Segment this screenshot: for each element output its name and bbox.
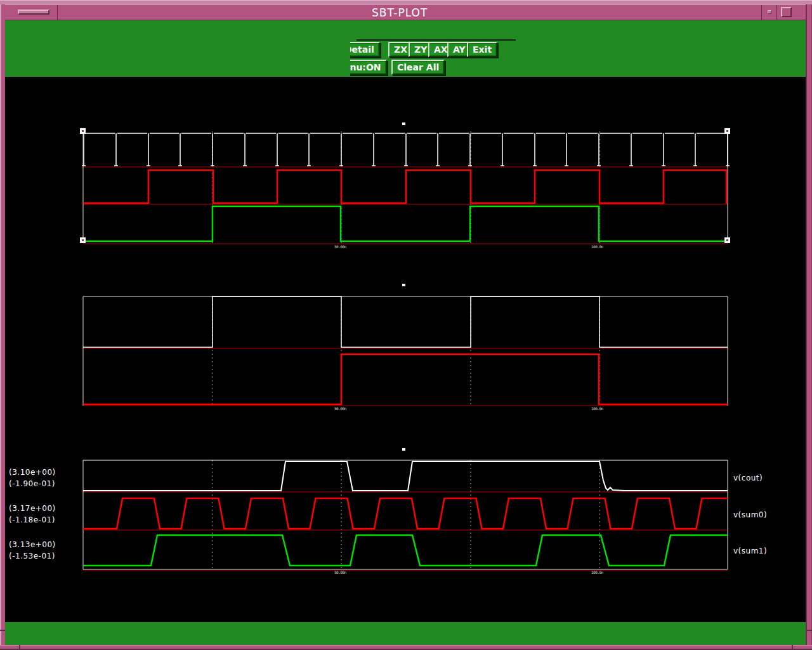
- resize-notch: [0, 630, 5, 631]
- scale-label-sum0-min: (-1.18e-01): [9, 515, 55, 524]
- scale-label-sum1-max: (3.13e+00): [9, 540, 56, 549]
- window-frame-right[interactable]: [806, 4, 812, 650]
- exit-button[interactable]: Exit: [467, 42, 497, 57]
- plot-panel-2[interactable]: [83, 294, 728, 408]
- minimize-dot-icon: [768, 10, 771, 14]
- minimize-button[interactable]: [761, 5, 776, 20]
- titlebar[interactable]: SBT-PLOT: [5, 4, 806, 20]
- signal-label-vcout: v(cout): [733, 474, 763, 482]
- window-frame-top[interactable]: [0, 0, 812, 4]
- scale-label-sum0-max: (3.17e+00): [9, 504, 56, 513]
- detail-button-clipped: Detail: [350, 42, 386, 60]
- scale-label-cout-min: (-1.90e-01): [9, 479, 55, 488]
- maximize-button[interactable]: [776, 5, 806, 20]
- resize-notch: [807, 630, 812, 631]
- resize-notch: [19, 645, 20, 650]
- resize-notch: [792, 645, 793, 650]
- signal-label-vsum0: v(sum0): [733, 510, 767, 519]
- menu-on-button-clipped: Menu:ON: [350, 60, 389, 77]
- maximize-square-icon: [781, 7, 792, 17]
- window-frame-bottom[interactable]: [0, 645, 812, 650]
- scale-label-sum1-min: (-1.53e-01): [9, 552, 55, 560]
- app-window: SBT-PLOT Detail ZX ZY AX AY Exit Menu:ON…: [0, 0, 812, 650]
- clear-all-button[interactable]: Clear All: [391, 60, 445, 75]
- plot-panel-3[interactable]: [83, 458, 728, 573]
- toolbar-separator-line: [357, 39, 516, 41]
- signal-label-vsum1: v(sum1): [733, 547, 767, 555]
- scale-label-cout-max: (3.10e+00): [9, 468, 56, 477]
- footer-strip: [5, 622, 806, 645]
- window-frame-left[interactable]: [0, 4, 5, 650]
- window-menu-dash-icon: [18, 10, 49, 15]
- window-title: SBT-PLOT: [372, 6, 428, 19]
- window-menu-button[interactable]: [11, 5, 58, 20]
- menu-on-button[interactable]: Menu:ON: [350, 60, 387, 75]
- detail-button[interactable]: Detail: [350, 42, 380, 57]
- plot-panel-1[interactable]: [83, 129, 728, 246]
